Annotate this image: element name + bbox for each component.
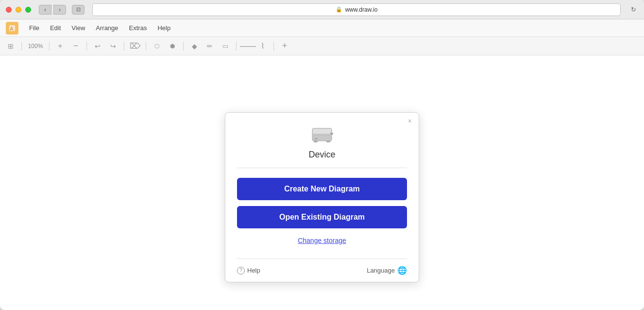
svg-rect-7	[314, 141, 318, 142]
storage-dialog: ×	[225, 112, 419, 282]
add-button[interactable]: +	[278, 40, 291, 52]
svg-rect-8	[326, 141, 330, 142]
lock-icon: 🔒	[336, 6, 342, 13]
url-bar[interactable]: 🔒 www.draw.io	[92, 3, 621, 16]
change-storage-link[interactable]: Change storage	[298, 237, 346, 244]
toolbar-sep-6	[183, 42, 184, 51]
svg-rect-4	[330, 133, 333, 135]
zoom-in-button[interactable]: +	[53, 40, 67, 52]
toolbar-sep-4	[124, 42, 124, 51]
device-icon	[310, 124, 334, 144]
svg-text:A: A	[10, 26, 14, 32]
language-label: Language	[367, 267, 395, 274]
menu-help[interactable]: Help	[153, 22, 175, 34]
modal-overlay: ×	[0, 55, 644, 310]
rect-button[interactable]: ▭	[219, 40, 232, 52]
grid-toggle-button[interactable]: ⊞	[4, 40, 17, 52]
app-logo: A	[5, 21, 19, 35]
to-back-button[interactable]: ⬢	[166, 40, 179, 52]
toolbar: ⊞ 100% + − ↩ ↪ ⌦ ⬡ ⬢ ◆ ✏ ▭ —— ⌇ +	[0, 37, 644, 55]
menu-extras[interactable]: Extras	[124, 22, 152, 34]
open-existing-diagram-button[interactable]: Open Existing Diagram	[237, 206, 407, 228]
globe-icon: 🌐	[397, 266, 407, 275]
menu-arrange[interactable]: Arrange	[91, 22, 123, 34]
line-style-button[interactable]: ——	[240, 40, 254, 52]
menu-file[interactable]: File	[24, 22, 44, 34]
close-button[interactable]	[6, 7, 12, 13]
help-label: Help	[247, 267, 260, 274]
menu-edit[interactable]: Edit	[45, 22, 66, 34]
modal-body: Create New Diagram Open Existing Diagram…	[225, 168, 419, 258]
maximize-button[interactable]	[25, 7, 31, 13]
change-storage-link-container: Change storage	[237, 234, 407, 249]
nav-buttons: ‹ ›	[39, 5, 66, 15]
toolbar-sep-2	[49, 42, 50, 51]
modal-footer: ? Help Language 🌐	[225, 259, 419, 282]
toolbar-sep-5	[146, 42, 146, 51]
menubar: A File Edit View Arrange Extras Help	[0, 19, 644, 37]
minimize-button[interactable]	[16, 7, 21, 13]
canvas-area: ×	[0, 55, 644, 310]
svg-rect-3	[313, 129, 331, 134]
modal-close-button[interactable]: ×	[408, 118, 412, 124]
delete-button[interactable]: ⌦	[128, 40, 142, 52]
svg-rect-6	[314, 135, 330, 136]
menu-view[interactable]: View	[67, 22, 90, 34]
pencil-button[interactable]: ✏	[203, 40, 217, 52]
language-selector[interactable]: Language 🌐	[367, 266, 407, 275]
undo-button[interactable]: ↩	[91, 40, 104, 52]
sidebar-toggle-button[interactable]: ⊡	[72, 5, 85, 15]
help-circle-icon: ?	[237, 267, 245, 275]
forward-button[interactable]: ›	[53, 5, 66, 15]
fill-button[interactable]: ◆	[187, 40, 201, 52]
app-icon-inner: A	[6, 22, 18, 34]
waypoint-button[interactable]: ⌇	[256, 40, 270, 52]
toolbar-sep-7	[236, 42, 237, 51]
toolbar-sep-3	[86, 42, 87, 51]
svg-rect-5	[315, 138, 318, 139]
modal-title: Device	[308, 150, 335, 160]
url-text: www.draw.io	[345, 6, 378, 13]
help-link[interactable]: ? Help	[237, 267, 260, 275]
to-front-button[interactable]: ⬡	[150, 40, 164, 52]
toolbar-sep-8	[273, 42, 274, 51]
back-button[interactable]: ‹	[39, 5, 51, 15]
create-new-diagram-button[interactable]: Create New Diagram	[237, 178, 407, 200]
modal-header: Device	[225, 113, 419, 168]
redo-button[interactable]: ↪	[106, 40, 120, 52]
zoom-level: 100%	[26, 43, 45, 50]
toolbar-sep-1	[21, 42, 22, 51]
app-window: ‹ › ⊡ 🔒 www.draw.io ↻ A File Edit View A…	[0, 0, 644, 310]
titlebar: ‹ › ⊡ 🔒 www.draw.io ↻	[0, 0, 644, 19]
reload-button[interactable]: ↻	[628, 5, 638, 15]
zoom-out-button[interactable]: −	[69, 40, 83, 52]
